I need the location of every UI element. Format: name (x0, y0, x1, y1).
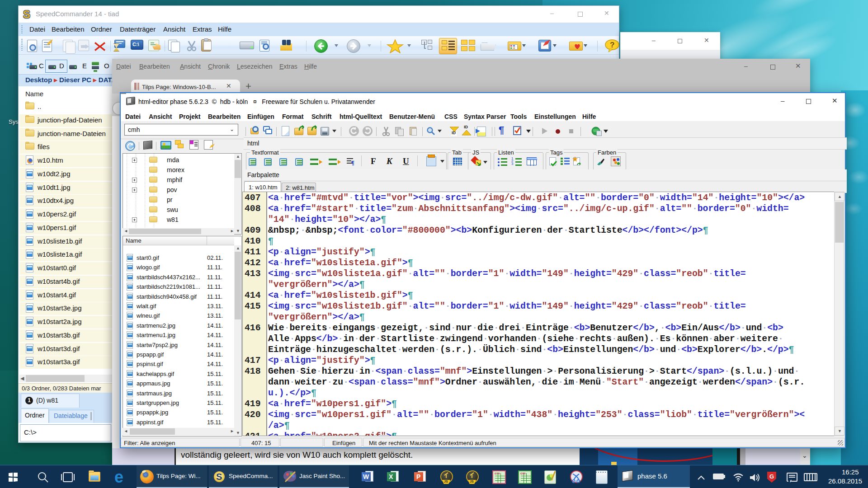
svg-text:¶: ¶ (351, 160, 354, 166)
svg-text:?: ? (610, 41, 614, 49)
